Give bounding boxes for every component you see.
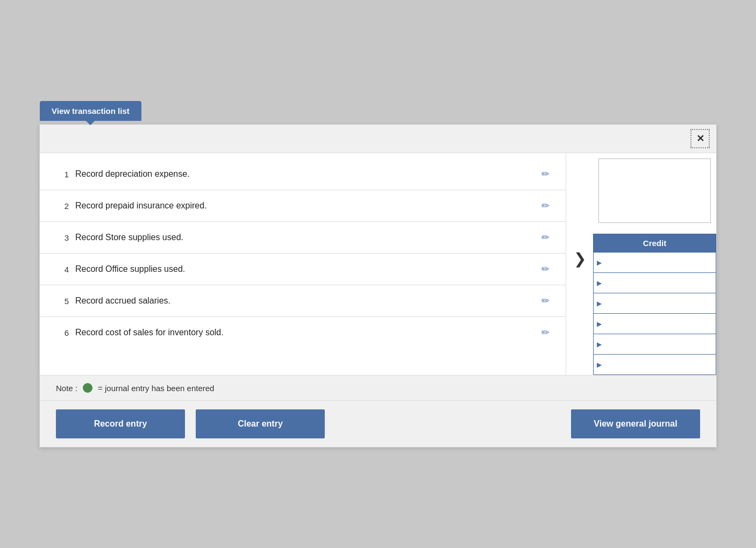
credit-input-field[interactable] — [605, 355, 716, 374]
edit-icon[interactable]: ✏ — [541, 232, 550, 243]
credit-row-arrow: ▶ — [594, 300, 605, 307]
credit-input-field[interactable] — [605, 334, 716, 354]
right-panel-inner: ❯ Credit ▶ ▶ ▶ ▶ — [566, 153, 716, 375]
credit-input-row: ▶ — [593, 334, 716, 355]
top-bar: ✕ — [40, 125, 716, 153]
credit-input-row: ▶ — [593, 355, 716, 375]
credit-input-field[interactable] — [605, 293, 716, 313]
content-area: 1 Record depreciation expense. ✏ 2 Recor… — [40, 153, 716, 375]
right-panel: ❯ Credit ▶ ▶ ▶ ▶ — [566, 153, 716, 375]
transaction-row: 5 Record accrued salaries. ✏ — [40, 285, 566, 317]
clear-entry-button[interactable]: Clear entry — [196, 409, 325, 438]
row-label: Record Office supplies used. — [75, 264, 535, 274]
transaction-list: 1 Record depreciation expense. ✏ 2 Recor… — [40, 158, 566, 348]
main-container: View transaction list ✕ 1 Record depreci… — [39, 124, 717, 448]
credit-input-row: ▶ — [593, 314, 716, 334]
credit-row-arrow: ▶ — [594, 279, 605, 287]
credit-section: Credit ▶ ▶ ▶ ▶ ▶ ▶ — [593, 234, 716, 375]
credit-input-field[interactable] — [605, 314, 716, 334]
close-button[interactable]: ✕ — [690, 129, 710, 148]
credit-row-arrow: ▶ — [594, 259, 605, 266]
row-label: Record cost of sales for inventory sold. — [75, 328, 535, 337]
note-bar: Note : = journal entry has been entered — [40, 375, 716, 400]
action-bar: Record entry Clear entry View general jo… — [40, 400, 716, 447]
row-number: 6 — [56, 328, 69, 337]
row-label: Record depreciation expense. — [75, 169, 535, 179]
credit-row-arrow: ▶ — [594, 361, 605, 369]
record-entry-button[interactable]: Record entry — [56, 409, 185, 438]
edit-icon[interactable]: ✏ — [541, 327, 550, 338]
credit-row-arrow: ▶ — [594, 341, 605, 348]
transaction-row: 1 Record depreciation expense. ✏ — [40, 158, 566, 190]
edit-icon[interactable]: ✏ — [541, 295, 550, 307]
transaction-row: 6 Record cost of sales for inventory sol… — [40, 317, 566, 348]
right-top-box — [598, 158, 711, 223]
row-label: Record prepaid insurance expired. — [75, 201, 535, 211]
chevron-icon[interactable]: ❯ — [568, 218, 591, 300]
credit-input-field[interactable] — [605, 273, 716, 293]
close-icon: ✕ — [696, 133, 704, 145]
row-label: Record accrued salaries. — [75, 296, 535, 306]
view-transaction-tab[interactable]: View transaction list — [40, 101, 141, 121]
green-dot-icon — [83, 383, 92, 393]
credit-header: Credit — [593, 234, 716, 253]
edit-icon[interactable]: ✏ — [541, 168, 550, 180]
note-prefix: Note : — [56, 384, 77, 393]
note-text: = journal entry has been entered — [98, 384, 214, 393]
edit-icon[interactable]: ✏ — [541, 263, 550, 275]
row-number: 4 — [56, 265, 69, 274]
right-content-col: Credit ▶ ▶ ▶ ▶ ▶ ▶ — [593, 153, 716, 375]
view-general-journal-button[interactable]: View general journal — [571, 409, 700, 438]
transaction-row: 3 Record Store supplies used. ✏ — [40, 222, 566, 254]
credit-rows: ▶ ▶ ▶ ▶ ▶ ▶ — [593, 253, 716, 375]
row-number: 5 — [56, 297, 69, 306]
credit-row-arrow: ▶ — [594, 320, 605, 328]
row-number: 2 — [56, 201, 69, 211]
credit-input-row: ▶ — [593, 253, 716, 273]
credit-input-row: ▶ — [593, 293, 716, 314]
edit-icon[interactable]: ✏ — [541, 200, 550, 212]
transaction-row: 2 Record prepaid insurance expired. ✏ — [40, 190, 566, 222]
row-number: 1 — [56, 170, 69, 179]
transaction-row: 4 Record Office supplies used. ✏ — [40, 254, 566, 285]
credit-input-field[interactable] — [605, 253, 716, 272]
left-panel: 1 Record depreciation expense. ✏ 2 Recor… — [40, 153, 566, 375]
row-label: Record Store supplies used. — [75, 233, 535, 242]
row-number: 3 — [56, 233, 69, 242]
right-chevron-col: ❯ — [566, 153, 593, 375]
credit-input-row: ▶ — [593, 273, 716, 293]
